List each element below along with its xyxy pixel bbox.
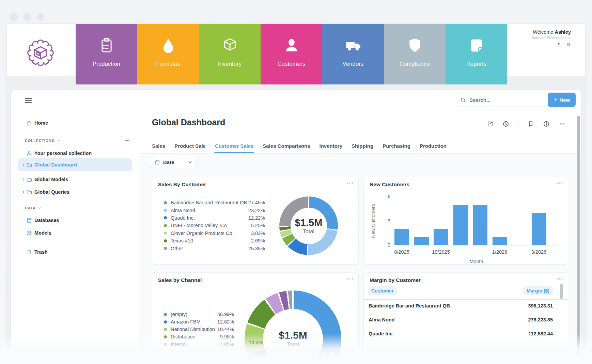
table-row[interactable]: Quade Inc.112,582.44 <box>364 327 568 341</box>
search-box[interactable] <box>456 93 545 107</box>
legend-item[interactable]: Alma Nond23.22% <box>164 206 265 214</box>
bar[interactable] <box>453 205 468 245</box>
date-filter-label: Date <box>163 159 188 165</box>
date-filter-button[interactable]: Date <box>150 156 197 168</box>
nav-tab-label: Inventory <box>218 61 242 67</box>
clock-icon[interactable] <box>502 121 509 127</box>
sidebar-item-global-dashboard[interactable]: Global Dashboard <box>18 158 132 171</box>
gear-icon[interactable] <box>566 42 571 47</box>
y-axis-tick: 0 <box>380 242 390 248</box>
legend-item[interactable]: Quade Inc.12.22% <box>164 214 265 222</box>
table-row[interactable]: Bainbridge Bar and Restaurant QB396,123.… <box>364 299 568 313</box>
search-input[interactable] <box>469 97 541 103</box>
donut-slice-label: 10.4% <box>249 339 263 345</box>
chevron-right-icon[interactable] <box>21 190 26 194</box>
database-icon <box>26 218 32 223</box>
bar[interactable] <box>493 237 507 245</box>
legend-item[interactable]: National Distribution10.44% <box>164 326 234 333</box>
cell-margin: 278,223.85 <box>528 317 553 322</box>
page-title: Global Dashboard <box>152 117 225 127</box>
collections-section-header[interactable]: COLLECTIONS <box>25 137 131 144</box>
bar[interactable] <box>473 205 487 245</box>
chevron-down-icon <box>57 139 61 143</box>
legend-item[interactable]: UNFI - Moreno Valley, CA5.25% <box>164 222 265 229</box>
legend-percent: 9.98% <box>220 334 234 339</box>
bar[interactable] <box>414 237 429 245</box>
column-header-customer[interactable]: Customer <box>368 286 397 295</box>
legend-item[interactable]: Distribution9.98% <box>164 333 234 341</box>
donut-chart[interactable]: $1.5MTotal <box>279 196 338 255</box>
nav-tab-label: Vendors <box>343 61 364 67</box>
bookmark-icon[interactable] <box>527 121 534 127</box>
nav-tab-inventory[interactable]: Inventory <box>199 24 261 84</box>
trash-icon <box>26 249 32 255</box>
add-collection-icon[interactable] <box>124 138 129 143</box>
bar[interactable] <box>394 229 409 245</box>
tab-shipping[interactable]: Shipping <box>352 143 373 150</box>
tab-sales[interactable]: Sales <box>152 143 165 150</box>
column-header-margin[interactable]: Margin ($) <box>523 286 553 295</box>
sidebar-item-models[interactable]: Models <box>18 228 132 238</box>
app-logo[interactable] <box>26 38 55 67</box>
tab-purchasing[interactable]: Purchasing <box>383 143 410 150</box>
legend-item[interactable]: Amazon FBM12.82% <box>164 318 234 326</box>
legend-label: UNFI - Moreno Valley, CA <box>171 223 227 228</box>
bar[interactable] <box>532 213 546 245</box>
legend-item[interactable]: Interco4.85% <box>164 341 234 348</box>
legend-item[interactable]: Clover Organic Products Co.3.83% <box>164 230 265 237</box>
x-axis-label: Month <box>456 259 497 264</box>
hamburger-menu-icon[interactable] <box>25 98 32 103</box>
nav-tab-compliance[interactable]: Compliance <box>384 24 446 84</box>
bar[interactable] <box>434 229 448 245</box>
nav-tab-production[interactable]: Production <box>76 24 137 84</box>
sidebar-item-home[interactable]: Home <box>18 118 132 128</box>
org-selector[interactable]: Sonoma Productions <box>532 36 571 40</box>
legend-dot <box>164 239 167 242</box>
legend-item[interactable]: Other25.35% <box>164 244 265 252</box>
legend-dot <box>164 335 167 338</box>
legend-dot <box>164 216 167 219</box>
nav-tab-customers[interactable]: Customers <box>261 24 322 84</box>
data-section-header[interactable]: DATA <box>25 205 131 211</box>
vertical-scrollbar[interactable] <box>577 116 580 361</box>
legend-item[interactable]: Texas #102.69% <box>164 237 265 244</box>
legend-label: Distribution <box>171 334 196 339</box>
legend-item[interactable]: Bainbridge Bar and Restaurant QB27.45% <box>164 199 265 206</box>
nav-tab-formulas[interactable]: Formulas <box>137 24 199 84</box>
chevron-down-icon <box>568 36 571 39</box>
cell-margin: 112,582.44 <box>528 331 553 336</box>
ellipsis-icon[interactable] <box>559 121 565 127</box>
legend-dot <box>164 232 167 235</box>
dashboard-tabs: SalesProduct SaleCustomer SalesSales Com… <box>152 143 447 150</box>
folder-icon <box>26 189 32 195</box>
tab-inventory[interactable]: Inventory <box>320 143 343 150</box>
dashboard-header-actions <box>487 120 565 128</box>
info-icon[interactable] <box>543 121 550 127</box>
app-window: ProductionFormulasInventoryCustomersVend… <box>7 24 585 364</box>
scalloped-box-logo-icon <box>26 38 55 67</box>
tab-product-sale[interactable]: Product Sale <box>174 143 206 150</box>
table-row[interactable] <box>364 341 568 355</box>
tab-production[interactable]: Production <box>420 143 447 150</box>
nav-tab-reports[interactable]: Reports <box>446 24 507 84</box>
sidebar-item-global-models[interactable]: Global Models <box>18 174 132 185</box>
legend-item[interactable]: (empty)56.99% <box>164 311 234 318</box>
sidebar-item-trash[interactable]: Trash <box>18 247 132 257</box>
tab-sales-comparisons[interactable]: Sales Comparisons <box>263 143 310 150</box>
chevron-right-icon[interactable] <box>21 177 26 182</box>
open-in-new-icon[interactable] <box>487 121 494 127</box>
sidebar-item-databases[interactable]: Databases <box>18 215 132 225</box>
new-button[interactable]: +New <box>548 93 576 107</box>
nav-tab-vendors[interactable]: Vendors <box>322 24 384 84</box>
plug-icon[interactable] <box>557 42 561 47</box>
chevron-right-icon[interactable] <box>21 162 26 167</box>
sidebar-item-your-personal-collection[interactable]: Your personal collection <box>18 148 132 158</box>
legend-percent: 12.22% <box>248 215 265 221</box>
x-axis-tick: 8/2025 <box>387 249 417 255</box>
table-row[interactable]: Alma Nond278,223.85 <box>364 313 568 327</box>
folder-icon <box>26 162 32 168</box>
table-scrollbar-thumb[interactable] <box>560 284 563 299</box>
legend-percent: 23.22% <box>248 208 265 213</box>
tab-customer-sales[interactable]: Customer Sales <box>215 143 253 150</box>
sidebar-item-global-queries[interactable]: Global Queries <box>18 187 132 197</box>
